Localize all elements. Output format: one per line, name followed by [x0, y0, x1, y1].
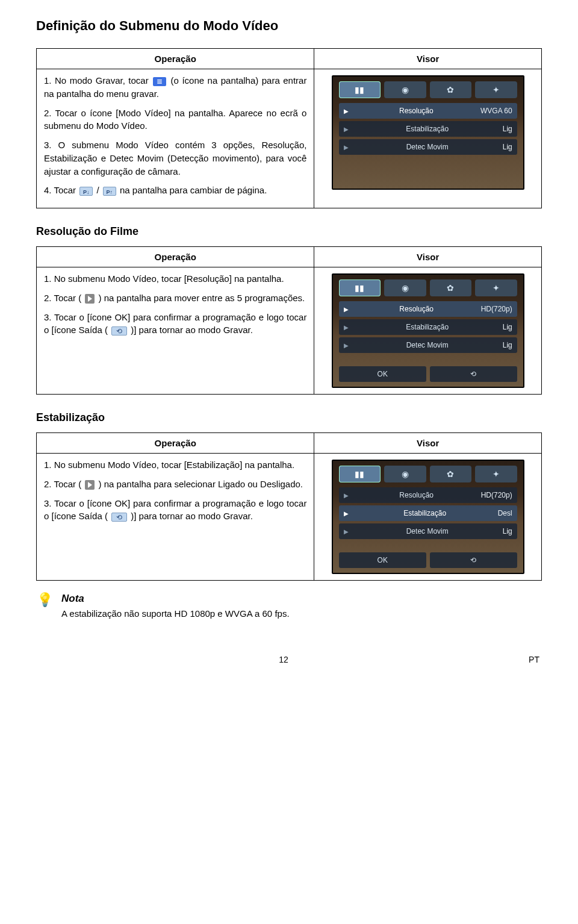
- menu-row-label: Estabilização: [352, 323, 503, 331]
- ok-button-label: OK: [339, 552, 426, 568]
- triangle-icon: ▶: [344, 144, 349, 151]
- page-footer: 12 PT: [36, 655, 542, 664]
- step-text: ) na pantalha para mover entre as 5 prog…: [99, 293, 305, 303]
- steps-list: 1. No modo Gravar, tocar (o ícone na pan…: [44, 74, 306, 197]
- triangle-icon: ▶: [344, 108, 349, 114]
- tab-tools-icon: ✦: [475, 466, 517, 482]
- page-down-icon: [79, 187, 93, 196]
- tab-effect-icon: ✿: [430, 466, 472, 482]
- menu-row-label: Detec Movim: [352, 143, 503, 151]
- menu-row-label: Estabilização: [352, 125, 503, 133]
- step-text: 2. Tocar (: [44, 479, 84, 489]
- list-item: 1. No modo Gravar, tocar (o ícone na pan…: [44, 74, 306, 101]
- tab-camera-icon: ◉: [384, 466, 426, 482]
- list-item: 3. O submenu Modo Vídeo contém 3 opções,…: [44, 139, 306, 178]
- menu-row-label: Resolução: [352, 107, 480, 115]
- menu-row: ▶EstabilizaçãoLig: [339, 121, 517, 137]
- list-item: 3. Tocar o [ícone OK] para confirmar a p…: [44, 497, 306, 523]
- page-title: Definição do Submenu do Modo Vídeo: [36, 18, 542, 34]
- menu-row: ▶ResoluçãoWVGA 60: [339, 103, 517, 119]
- col-header-operacao: Operação: [37, 49, 314, 69]
- camera-screen-mock: ▮▮ ◉ ✿ ✦ ▶ResoluçãoHD(720p)▶Estabilizaçã…: [332, 273, 524, 388]
- tab-tools-icon: ✦: [475, 279, 517, 296]
- menu-row: ▶ResoluçãoHD(720p): [339, 301, 517, 317]
- list-item: 2. Tocar ( ) na pantalha para selecionar…: [44, 478, 306, 491]
- menu-row-value: HD(720p): [481, 491, 512, 499]
- menu-row-value: Desl: [498, 509, 512, 517]
- triangle-icon: ▶: [344, 342, 349, 349]
- list-item: 3. Tocar o [ícone OK] para confirmar a p…: [44, 311, 306, 337]
- list-item: 1. No submenu Modo Vídeo, tocar [Resoluç…: [44, 272, 306, 286]
- section-title-estabilizacao: Estabilização: [36, 411, 542, 424]
- triangle-icon: ▶: [344, 528, 349, 535]
- triangle-icon: ▶: [344, 306, 349, 313]
- menu-row-value: Lig: [503, 527, 512, 535]
- menu-row-value: HD(720p): [481, 305, 512, 313]
- menu-row-label: Estabilização: [352, 509, 498, 517]
- list-item: 4. Tocar / na pantalha para cambiar de p…: [44, 184, 306, 197]
- col-header-visor: Visor: [314, 49, 542, 69]
- step-text: ) na pantalha para selecionar Ligado ou …: [99, 479, 303, 489]
- page-lang: PT: [529, 655, 539, 664]
- list-item: 1. No submenu Modo Vídeo, tocar [Estabil…: [44, 458, 306, 472]
- page-up-icon: [103, 187, 116, 196]
- tab-effect-icon: ✿: [430, 279, 472, 296]
- triangle-icon: ▶: [344, 492, 349, 499]
- play-icon: [85, 294, 95, 304]
- table-resolucao: Operação Visor 1. No submenu Modo Vídeo,…: [36, 246, 542, 395]
- exit-icon: [111, 513, 127, 522]
- back-icon: ⟲: [430, 366, 517, 382]
- menu-row-value: Lig: [503, 323, 512, 331]
- ok-button-label: OK: [339, 366, 426, 382]
- table-estabilizacao: Operação Visor 1. No submenu Modo Vídeo,…: [36, 432, 542, 581]
- col-header-visor: Visor: [314, 247, 542, 267]
- lightbulb-icon: 💡: [36, 592, 53, 608]
- section-title-resolucao: Resolução do Filme: [36, 225, 542, 238]
- menu-row-label: Detec Movim: [352, 341, 503, 349]
- menu-row-value: WVGA 60: [480, 107, 512, 115]
- col-header-operacao: Operação: [37, 433, 314, 454]
- note-title: Nota: [61, 593, 542, 605]
- camera-screen-mock: ▮▮ ◉ ✿ ✦ ▶ResoluçãoWVGA 60▶Estabilização…: [332, 75, 524, 190]
- camera-screen-mock: ▮▮ ◉ ✿ ✦ ▶ResoluçãoHD(720p)▶Estabilizaçã…: [332, 460, 524, 574]
- triangle-icon: ▶: [344, 126, 349, 133]
- menu-row-label: Detec Movim: [352, 527, 503, 535]
- step-text: 4. Tocar: [44, 185, 78, 195]
- list-item: 2. Tocar o ícone [Modo Vídeo] na pantalh…: [44, 107, 306, 133]
- col-header-visor: Visor: [314, 433, 542, 454]
- menu-icon: [153, 77, 166, 86]
- step-text: /: [96, 185, 101, 195]
- tab-effect-icon: ✿: [430, 81, 472, 98]
- page-number: 12: [279, 655, 288, 664]
- list-item: 2. Tocar ( ) na pantalha para mover entr…: [44, 292, 306, 305]
- tab-video-icon: ▮▮: [339, 279, 381, 296]
- menu-row: ▶Detec MovimLig: [339, 139, 517, 155]
- step-text: )] para tornar ao modo Gravar.: [131, 325, 253, 335]
- exit-icon: [111, 326, 127, 336]
- tab-camera-icon: ◉: [384, 81, 426, 98]
- play-icon: [85, 480, 95, 490]
- col-header-operacao: Operação: [37, 247, 314, 267]
- back-icon: ⟲: [430, 552, 517, 568]
- steps-list: 1. No submenu Modo Vídeo, tocar [Resoluç…: [44, 272, 306, 337]
- menu-row: ▶ResoluçãoHD(720p): [339, 487, 517, 503]
- tab-video-icon: ▮▮: [339, 81, 381, 98]
- step-text: 2. Tocar (: [44, 293, 84, 303]
- tab-video-icon: ▮▮: [339, 466, 381, 482]
- menu-row-label: Resolução: [352, 305, 481, 313]
- menu-row-value: Lig: [503, 125, 512, 133]
- steps-list: 1. No submenu Modo Vídeo, tocar [Estabil…: [44, 458, 306, 523]
- menu-row: ▶EstabilizaçãoLig: [339, 319, 517, 335]
- step-text: 1. No modo Gravar, tocar: [44, 75, 152, 86]
- triangle-icon: ▶: [344, 324, 349, 331]
- menu-row: ▶Detec MovimLig: [339, 337, 517, 353]
- triangle-icon: ▶: [344, 510, 349, 517]
- note-text: A estabilização não suporta HD 1080p e W…: [61, 608, 542, 619]
- tab-tools-icon: ✦: [475, 81, 517, 98]
- step-text: )] para tornar ao modo Gravar.: [131, 511, 253, 521]
- menu-row: ▶EstabilizaçãoDesl: [339, 505, 517, 521]
- step-text: na pantalha para cambiar de página.: [120, 185, 267, 195]
- menu-row-value: Lig: [503, 143, 512, 151]
- note-block: 💡 Nota A estabilização não suporta HD 10…: [36, 593, 542, 619]
- menu-row-label: Resolução: [352, 491, 481, 499]
